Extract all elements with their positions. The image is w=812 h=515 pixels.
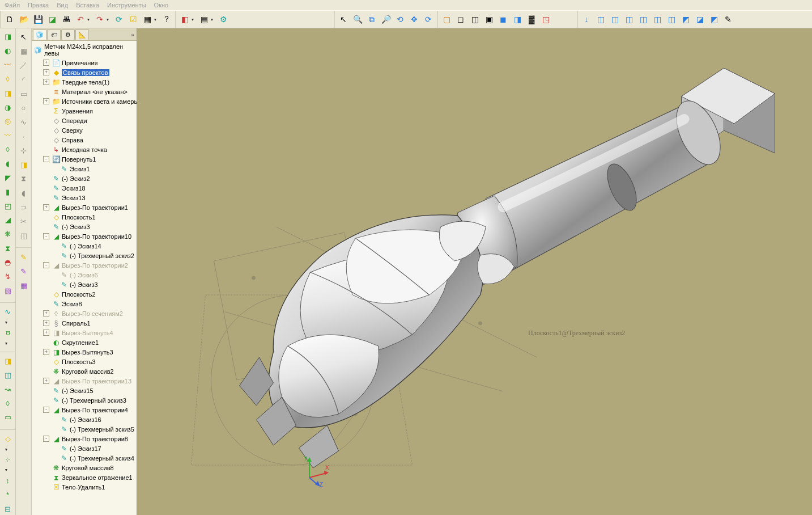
relation-icon[interactable]: * xyxy=(2,488,14,501)
view-dimetric-icon[interactable]: ◩ xyxy=(708,13,720,26)
view-front-icon[interactable]: ◫ xyxy=(594,13,607,26)
tree-item[interactable]: -🔄Повернуть1 xyxy=(32,154,137,164)
expand-toggle[interactable]: + xyxy=(43,79,49,85)
mirror-icon[interactable]: ⧗ xyxy=(2,242,14,255)
sks-dd[interactable]: ▾ xyxy=(5,467,10,472)
tree-item[interactable]: ✎(-) Трехмерный эскиз2 xyxy=(32,251,137,260)
tree-item[interactable]: ◇Плоскость1 xyxy=(32,212,137,222)
shell-icon[interactable]: ◰ xyxy=(2,200,14,212)
tree-item[interactable]: ◇Плоскость3 xyxy=(32,357,137,366)
expand-toggle[interactable]: + xyxy=(43,60,49,66)
tree-item[interactable]: ✎(-) Эскиз14 xyxy=(32,241,137,251)
wrap-icon[interactable]: ↯ xyxy=(2,270,14,282)
rib-icon[interactable]: ▮ xyxy=(2,185,14,198)
tree-item[interactable]: +◨Вырез-Вытянуть3 xyxy=(32,347,137,357)
tree-item[interactable]: ✎(-) Эскиз15 xyxy=(32,386,137,395)
new-doc-icon[interactable]: 🗋 xyxy=(3,13,16,26)
expand-toggle[interactable]: + xyxy=(43,330,49,336)
display-shaded-icon[interactable]: ◼ xyxy=(497,13,509,26)
expand-toggle[interactable]: + xyxy=(43,349,49,355)
tree-item[interactable]: ⧗Зеркальное отражение1 xyxy=(32,472,137,482)
tree-tab-property[interactable]: 🏷 xyxy=(47,29,61,40)
tree-item[interactable]: ◐Скругление1 xyxy=(32,337,137,347)
tree-item[interactable]: ✎(-) Эскиз3 xyxy=(32,222,137,231)
tree-item[interactable]: +◢Вырез-По траектории1 xyxy=(32,202,137,212)
sc-dd[interactable]: ▾ xyxy=(154,17,159,22)
open-icon[interactable]: 📂 xyxy=(18,13,30,26)
expand-toggle[interactable]: + xyxy=(43,204,49,210)
tree-item[interactable]: -◢Вырез-По траектории10 xyxy=(32,231,137,241)
tree-item[interactable]: +§Спираль1 xyxy=(32,318,137,328)
tree-item[interactable]: -◢Вырез-По траектории4 xyxy=(32,405,137,415)
tree-item[interactable]: ✎(-) Эскиз6 xyxy=(32,270,137,280)
macro-dd[interactable]: ▾ xyxy=(192,17,196,22)
curve-icon[interactable]: ∿ xyxy=(2,306,14,318)
suppress-icon[interactable]: ▧ xyxy=(2,284,14,297)
tree-item[interactable]: ◇Спереди xyxy=(32,116,137,125)
tree-item[interactable]: ◇Плоскость2 xyxy=(32,289,137,299)
pan-icon[interactable]: ✥ xyxy=(408,13,420,26)
menu-insert[interactable]: Вставка xyxy=(76,2,99,9)
shadow-icon[interactable]: ▓ xyxy=(525,13,538,26)
view-trimetric-icon[interactable]: ◪ xyxy=(694,13,706,26)
tree-item[interactable]: ✎(-) Трехмерный эскиз3 xyxy=(32,395,137,405)
expand-toggle[interactable]: + xyxy=(43,320,49,326)
normal-to-icon[interactable]: ↓ xyxy=(580,13,593,26)
tree-item[interactable]: +◨Вырез-Вытянуть4 xyxy=(32,328,137,337)
ref-geom-icon[interactable]: ʊ xyxy=(2,327,14,339)
win-dd[interactable]: ▾ xyxy=(211,17,215,22)
sketch-entity-icon[interactable]: ◇ xyxy=(2,433,14,445)
screen-capture-icon[interactable]: ▦ xyxy=(141,13,154,26)
expand-toggle[interactable]: + xyxy=(43,69,49,75)
part-icon[interactable]: ◪ xyxy=(46,13,58,26)
menu-edit[interactable]: Правка xyxy=(28,2,49,9)
tree-item[interactable]: +📄Примечания xyxy=(32,58,137,67)
display-hlr-icon[interactable]: ◫ xyxy=(469,13,481,26)
tree-item[interactable]: ✎Эскиз13 xyxy=(32,193,137,202)
menu-window[interactable]: Окно xyxy=(154,2,169,9)
redo-dd[interactable]: ▾ xyxy=(107,17,111,22)
roll-icon[interactable]: ⟳ xyxy=(422,13,435,26)
tree-item[interactable]: ✎(-) Эскиз16 xyxy=(32,415,137,424)
view-back-icon[interactable]: ◫ xyxy=(609,13,621,26)
tree-item[interactable]: ☒Тело-Удалить1 xyxy=(32,482,137,492)
menu-tools[interactable]: Инструменты xyxy=(107,2,146,9)
rebuild-icon[interactable]: ⟳ xyxy=(113,13,125,26)
tree-item[interactable]: ❋Круговой массив2 xyxy=(32,366,137,376)
undo-dd[interactable]: ▾ xyxy=(87,17,92,22)
revolve-cut-icon[interactable]: ◑ xyxy=(2,101,14,113)
view-iso-icon[interactable]: ◩ xyxy=(679,13,692,26)
expand-toggle[interactable]: - xyxy=(43,436,49,442)
sketch-new-icon[interactable]: ✎ xyxy=(18,251,30,263)
expand-toggle[interactable]: + xyxy=(43,98,49,104)
evaluate-icon[interactable]: ⊟ xyxy=(2,503,14,515)
dome-icon[interactable]: ◓ xyxy=(2,256,14,269)
help-icon[interactable]: ？ xyxy=(160,13,173,26)
viewport-3d[interactable]: · · · xyxy=(137,28,812,515)
zoom-fit-icon[interactable]: 🔍 xyxy=(351,13,364,26)
expand-toggle[interactable]: - xyxy=(43,156,49,162)
display-shaded-edges-icon[interactable]: ▣ xyxy=(483,13,495,26)
tree-item[interactable]: ✎(-) Эскиз2 xyxy=(32,174,137,183)
tree-tab-features[interactable]: 🧊 xyxy=(33,29,46,40)
tree-item[interactable]: ✎(-) Трехмерный эскиз5 xyxy=(32,424,137,434)
tree-item[interactable]: ✎Эскиз18 xyxy=(32,183,137,193)
expand-toggle[interactable]: - xyxy=(43,262,49,268)
print-icon[interactable]: 🖶 xyxy=(60,13,73,26)
tree-item[interactable]: ΣУравнения xyxy=(32,106,137,116)
sweep-cut-icon[interactable]: 〰 xyxy=(2,129,14,142)
chamfer-icon[interactable]: ◤ xyxy=(2,171,14,184)
tree-item[interactable]: +📁Твердые тела(1) xyxy=(32,77,137,87)
ske-dd[interactable]: ▾ xyxy=(5,447,10,452)
tree-item[interactable]: ✎Эскиз8 xyxy=(32,299,137,309)
zoom-area-icon[interactable]: ⧉ xyxy=(365,13,378,26)
expand-toggle[interactable]: + xyxy=(43,310,49,316)
menu-view[interactable]: Вид xyxy=(57,2,68,9)
convert-entities-icon[interactable]: ◨ xyxy=(18,158,30,171)
tree-item[interactable]: ❋Круговой массив8 xyxy=(32,463,137,472)
axis-triad[interactable]: Y X Z xyxy=(299,454,333,488)
toolbox-icon[interactable]: ⚙ xyxy=(217,13,229,26)
tree-item[interactable]: +📁Источники света и камеры xyxy=(32,96,137,106)
tree-body[interactable]: 🧊 Метчик М24x1,5 исправлен левы +📄Примеч… xyxy=(32,41,137,515)
tree-item[interactable]: ✎(-) Эскиз17 xyxy=(32,444,137,453)
